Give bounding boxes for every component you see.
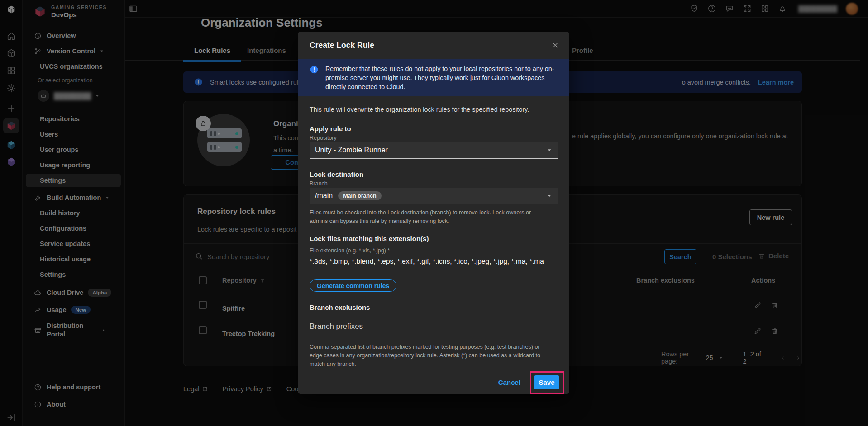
modal-title: Create Lock Rule [310,41,374,50]
repository-select[interactable]: Unity - Zombie Runner [310,142,558,159]
caret-down-icon [546,192,553,199]
modal-header: Create Lock Rule [298,32,569,59]
extension-input[interactable]: *.3ds, *.bmp, *.blend, *.eps, *.exif, *.… [310,255,558,268]
modal-info-banner: Remember that these rules do not apply t… [298,59,569,96]
generate-common-rules-button[interactable]: Generate common rules [310,279,396,292]
cancel-button[interactable]: Cancel [498,379,520,386]
branch-select[interactable]: /main Main branch [310,188,558,204]
modal-banner-text: Remember that these rules do not apply t… [325,64,558,96]
create-lock-rule-modal: Create Lock Rule Remember that these rul… [298,32,569,394]
close-icon[interactable] [551,41,559,49]
branch-helper-text: Files must be checked into the Lock dest… [310,208,545,225]
branch-prefixes-input[interactable]: Branch prefixes [310,322,558,337]
alert-icon [310,65,319,74]
extension-input-label: File extension (e.g. *.xls, *.jpg) * [310,247,558,254]
lock-destination-title: Lock destination [310,170,558,178]
save-button[interactable]: Save [534,375,559,389]
app-root: GAMING SERVICES DevOps OverviewVersion C… [0,0,868,426]
prefixes-helper-text: Comma separated list of branch prefixes … [310,343,549,369]
repository-select-value: Unity - Zombie Runner [315,146,388,154]
branch-exclusions-title: Branch exclusions [310,303,558,311]
caret-down-icon [546,147,553,154]
branch-select-label: Branch [310,180,558,187]
branch-select-value: /main [315,192,333,200]
modal-intro-text: This rule will overwrite the organizatio… [310,106,558,113]
repository-select-label: Repository [310,135,558,141]
modal-body: This rule will overwrite the organizatio… [298,106,569,369]
modal-footer: Cancel Save [298,370,569,394]
main-branch-pill: Main branch [338,191,382,200]
extensions-title: Lock files matching this extension(s) [310,235,558,242]
apply-rule-to-title: Apply rule to [310,125,558,133]
